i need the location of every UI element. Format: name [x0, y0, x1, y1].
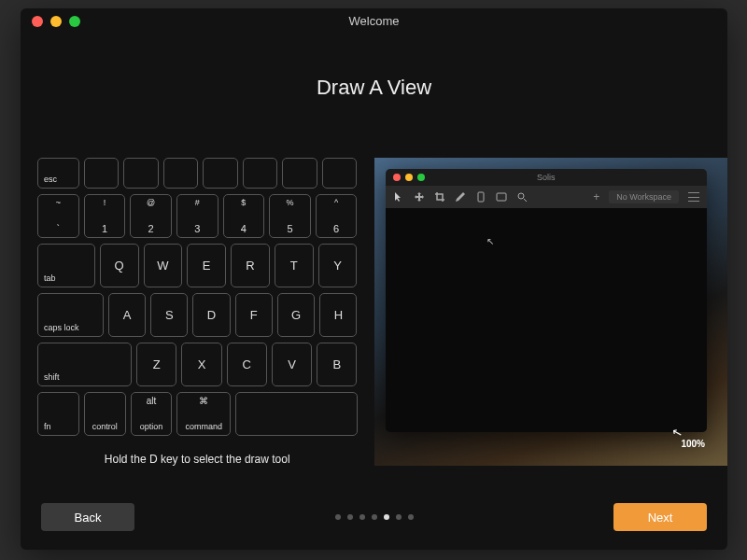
key-y: Y	[318, 244, 358, 287]
keyboard-illustration: esc ~`!1@2#3$4%5^6 tab Q W E R T	[37, 158, 358, 436]
key-t: T	[275, 244, 314, 287]
preview-toolbar: + No Workspace	[386, 186, 708, 208]
instruction-text: Hold the D key to select the draw tool	[37, 453, 358, 466]
traffic-lights	[32, 16, 80, 27]
key-x: X	[181, 343, 221, 386]
page-dot[interactable]	[359, 514, 365, 520]
key-f4	[203, 158, 238, 189]
page-dot[interactable]	[396, 514, 402, 520]
next-button[interactable]: Next	[613, 503, 707, 531]
page-dot[interactable]	[335, 514, 341, 520]
page-dot[interactable]	[347, 514, 353, 520]
page-title: Draw A View	[21, 76, 727, 100]
key-w: W	[144, 244, 183, 287]
key-c: C	[227, 343, 267, 386]
preview-panel: Solis + No Workspace ↖	[374, 158, 728, 466]
key-5: %5	[269, 194, 311, 238]
key-b: B	[317, 343, 357, 386]
keyboard-panel: esc ~`!1@2#3$4%5^6 tab Q W E R T	[21, 158, 374, 466]
preview-window: Solis + No Workspace ↖	[386, 169, 708, 432]
preview-title: Solis	[386, 173, 708, 182]
key-option: altoption	[131, 392, 173, 436]
titlebar: Welcome	[21, 8, 727, 34]
key-a: A	[108, 293, 146, 337]
zoom-label: 100%	[681, 439, 705, 449]
add-icon: +	[593, 190, 599, 203]
key-s: S	[150, 293, 188, 337]
tablet-icon	[496, 191, 507, 203]
key-v: V	[272, 343, 312, 386]
maximize-icon[interactable]	[69, 16, 80, 27]
svg-rect-0	[478, 192, 484, 202]
minimize-icon[interactable]	[50, 16, 62, 27]
svg-rect-1	[497, 193, 506, 201]
key-`: ~`	[37, 194, 79, 238]
key-esc: esc	[37, 158, 79, 189]
content-area: esc ~`!1@2#3$4%5^6 tab Q W E R T	[21, 158, 727, 466]
page-dot[interactable]	[384, 514, 389, 520]
key-f7	[322, 158, 358, 189]
workspace-label: No Workspace	[609, 190, 679, 203]
move-icon	[414, 191, 425, 203]
key-2: @2	[130, 194, 172, 238]
key-r: R	[231, 244, 270, 287]
page-dot[interactable]	[408, 514, 414, 520]
key-f: F	[235, 293, 273, 337]
key-6: ^6	[316, 194, 358, 238]
page-dot[interactable]	[372, 514, 377, 520]
close-icon[interactable]	[32, 16, 43, 27]
search-icon	[516, 191, 528, 203]
cursor-icon	[393, 191, 404, 203]
key-z: Z	[136, 343, 176, 386]
key-command: ⌘command	[176, 392, 231, 436]
preview-canvas: ↖	[386, 208, 708, 432]
welcome-window: Welcome Draw A View esc ~`!1@2#3$4%5^6 t…	[21, 8, 727, 550]
key-3: #3	[176, 194, 218, 238]
key-d: D	[192, 293, 230, 337]
key-f6	[282, 158, 317, 189]
key-f5	[243, 158, 278, 189]
preview-titlebar: Solis	[386, 169, 708, 186]
pencil-icon	[455, 191, 466, 203]
key-control: control	[84, 392, 126, 436]
cursor-icon: ↖	[486, 236, 494, 246]
key-f2	[123, 158, 159, 189]
key-1: !1	[84, 194, 126, 238]
page-indicator	[134, 514, 613, 520]
key-shift: shift	[37, 343, 132, 386]
key-e: E	[187, 244, 226, 287]
window-title: Welcome	[21, 14, 727, 28]
key-g: G	[277, 293, 315, 337]
footer: Back Next	[21, 501, 727, 533]
key-space	[235, 392, 357, 436]
key-f1	[84, 158, 120, 189]
back-button[interactable]: Back	[41, 503, 134, 531]
key-4: $4	[223, 194, 265, 238]
key-f3	[163, 158, 199, 189]
crop-icon	[434, 191, 445, 203]
key-fn: fn	[37, 392, 79, 436]
menu-icon	[688, 192, 699, 202]
key-h: H	[319, 293, 357, 337]
key-capslock: caps lock	[37, 293, 104, 337]
svg-point-2	[518, 193, 524, 199]
phone-icon	[475, 191, 486, 203]
key-q: Q	[100, 244, 139, 287]
key-tab: tab	[37, 244, 95, 287]
